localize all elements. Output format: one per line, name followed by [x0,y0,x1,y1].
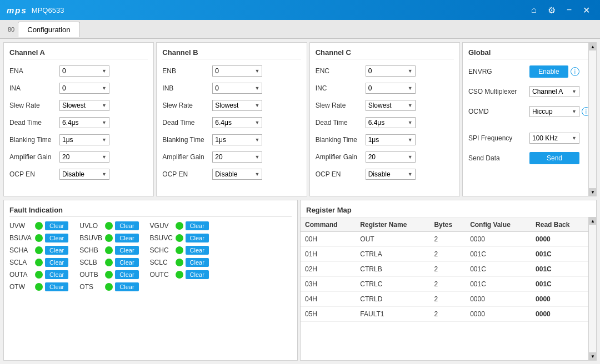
table-col-header-read-back: Read Back [531,218,588,232]
clear-button-scla[interactable]: Clear [45,258,68,267]
field-label-amplifier-gain: Amplifier Gain [9,153,59,161]
table-cell: 001C [466,262,531,277]
dropdown-arrow-icon: ▼ [102,171,107,177]
register-map-table-wrap: CommandRegister NameBytesConfig ValueRea… [301,218,596,359]
field-select-ocp-en[interactable]: Disable▼ [212,169,262,180]
envrg-info-icon[interactable]: i [571,67,579,76]
table-row: 03HCTRLC2001C001C [301,277,588,292]
clear-button-ots[interactable]: Clear [115,282,138,291]
dropdown-arrow-icon: ▼ [102,154,107,160]
fault-row-0: UVWClearUVLOClearVGUVClear [9,221,292,230]
fault-item-otw: OTWClear [9,282,68,291]
clear-button-scha[interactable]: Clear [45,246,68,255]
regmap-scroll-up[interactable]: ▲ [589,217,597,225]
field-row-blanking-time: Blanking Time1μs▼ [162,133,301,147]
table-cell: 001C [531,247,588,262]
spi-row: SPI Frequency 100 KHz ▼ [468,130,591,146]
clear-button-sclb[interactable]: Clear [115,258,138,267]
fault-indicator-dot [176,246,183,254]
field-select-dead-time[interactable]: 6.4μs▼ [59,117,109,128]
clear-button-uvlo[interactable]: Clear [115,221,138,230]
field-select-dead-time[interactable]: 6.4μs▼ [212,117,262,128]
clear-button-schc[interactable]: Clear [186,246,209,255]
fault-item-outb: OUTBClear [79,270,138,279]
cso-value: Channel A [532,88,563,95]
fault-indicator-dot [105,271,113,279]
fault-label-uvw: UVW [9,222,33,230]
field-label-blanking-time: Blanking Time [9,136,59,144]
field-select-ena[interactable]: 0▼ [59,65,109,77]
regmap-scroll-down[interactable]: ▼ [589,352,597,360]
enable-button[interactable]: Enable [529,65,568,78]
main-content: Channel A ENA0▼INA0▼Slew RateSlowest▼Dea… [0,39,600,364]
field-select-slew-rate[interactable]: Slowest▼ [366,100,416,111]
home-icon[interactable]: ⌂ [528,4,540,17]
tab-page-icon: 80 [4,24,18,35]
minimize-icon[interactable]: − [563,4,575,17]
field-select-amplifier-gain[interactable]: 20▼ [366,151,416,163]
cso-select[interactable]: Channel A ▼ [529,86,579,97]
field-row-dead-time: Dead Time6.4μs▼ [316,115,454,130]
clear-button-bsuvb[interactable]: Clear [115,234,138,242]
clear-button-outc[interactable]: Clear [186,270,209,279]
spi-select[interactable]: 100 KHz ▼ [529,133,579,144]
field-select-ina[interactable]: 0▼ [59,83,109,94]
dropdown-arrow-icon: ▼ [408,171,413,177]
clear-button-outa[interactable]: Clear [45,270,68,279]
scroll-down-btn[interactable]: ▼ [589,188,597,196]
field-select-ocp-en[interactable]: Disable▼ [366,169,416,180]
table-row: 01HCTRLA2001C001C [301,247,588,262]
ocmd-row: OCMD Hiccup ▼ i [468,104,591,119]
field-label-enc: ENC [316,67,366,75]
field-label-ena: ENA [9,67,59,75]
envrg-label: ENVRG [468,68,529,75]
clear-button-otw[interactable]: Clear [45,282,68,291]
clear-button-schb[interactable]: Clear [115,246,138,255]
tab-configuration[interactable]: Configuration [18,22,79,37]
field-value: 1μs [215,136,226,144]
ocmd-select[interactable]: Hiccup ▼ [529,106,579,117]
channel-a-title: Channel A [9,48,148,59]
field-select-inb[interactable]: 0▼ [212,83,262,94]
dropdown-arrow-icon: ▼ [408,154,413,160]
clear-button-uvw[interactable]: Clear [45,221,68,230]
field-select-amplifier-gain[interactable]: 20▼ [212,151,262,163]
field-select-blanking-time[interactable]: 1μs▼ [59,134,109,145]
field-select-blanking-time[interactable]: 1μs▼ [212,134,262,145]
channel-b-fields: ENB0▼INB0▼Slew RateSlowest▼Dead Time6.4μ… [162,64,301,181]
fault-grid: UVWClearUVLOClearVGUVClearBSUVAClearBSUV… [9,221,292,291]
titlebar: mps MPQ6533 ⌂ ⚙ − ✕ [0,0,600,20]
table-cell: 04H [301,292,356,307]
table-col-header-bytes: Bytes [429,218,466,232]
field-select-enb[interactable]: 0▼ [212,65,262,77]
dropdown-arrow-icon: ▼ [408,103,413,108]
settings-icon[interactable]: ⚙ [544,4,559,17]
field-label-ocp-en: OCP EN [9,170,59,178]
field-select-amplifier-gain[interactable]: 20▼ [59,151,109,163]
fault-indicator-dot [35,283,43,291]
clear-button-bsuvc[interactable]: Clear [186,234,209,242]
close-icon[interactable]: ✕ [579,4,593,17]
clear-button-sclc[interactable]: Clear [186,258,209,267]
field-label-amplifier-gain: Amplifier Gain [162,153,212,161]
field-select-enc[interactable]: 0▼ [366,65,416,77]
field-select-dead-time[interactable]: 6.4μs▼ [366,117,416,128]
bottom-row: Fault Indication UVWClearUVLOClearVGUVCl… [0,200,600,364]
field-value: 0 [62,67,66,75]
send-button[interactable]: Send [529,152,579,164]
dropdown-arrow-icon: ▼ [254,120,259,125]
field-value: 0 [368,67,372,75]
field-value: Disable [62,170,84,178]
table-cell: CTRLC [356,277,429,292]
scroll-up-btn[interactable]: ▲ [589,43,597,50]
field-select-slew-rate[interactable]: Slowest▼ [59,100,109,111]
clear-button-bsuva[interactable]: Clear [45,234,68,242]
clear-button-outb[interactable]: Clear [115,270,138,279]
field-select-inc[interactable]: 0▼ [366,83,416,94]
field-select-slew-rate[interactable]: Slowest▼ [212,100,262,111]
field-select-ocp-en[interactable]: Disable▼ [59,169,109,180]
fault-item-sclc: SCLCClear [150,258,209,267]
ocmd-value: Hiccup [532,108,553,115]
field-select-blanking-time[interactable]: 1μs▼ [366,134,416,145]
clear-button-vguv[interactable]: Clear [186,221,209,230]
